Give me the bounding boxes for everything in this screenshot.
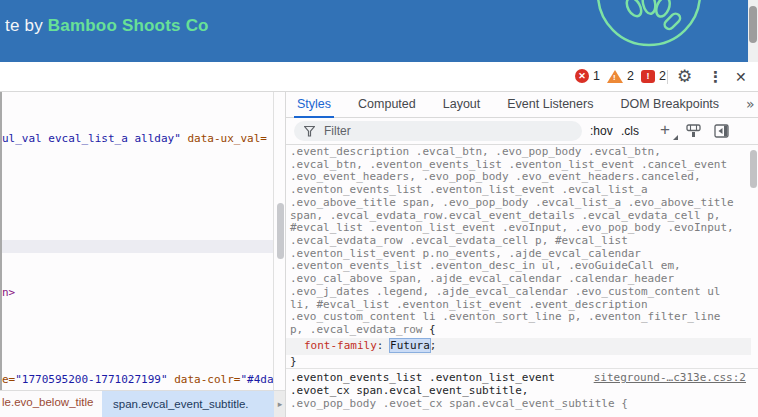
css-selector-line[interactable]: .eventon_events_list .eventon_list_event (290, 372, 555, 385)
dom-code-line[interactable]: e="1770595200-1771027199" data-colr="#4d… (2, 374, 274, 387)
page-scrollbar-thumb[interactable] (749, 6, 757, 43)
attribute-name-text: data-ux_val= (187, 132, 266, 145)
attribute-value-text: "1770595200-1771027199" (15, 373, 167, 386)
banner-prefix: te by (5, 16, 48, 35)
stylesheet-source-link[interactable]: siteground-…c313e.css:2 (560, 372, 746, 385)
breadcrumb-item-selected[interactable]: span.evcal_event_subtitle. (102, 391, 274, 417)
filter-funnel-icon (304, 126, 315, 137)
new-style-rule-button[interactable]: + (660, 121, 670, 138)
css-selector-line[interactable]: .evo_pop_body .evoet_cx span.evcal_event… (290, 398, 628, 411)
hov-toggle-button[interactable]: :hov (590, 124, 613, 138)
css-selector-line: .evcal_evdata_row .evcal_evdata_cell p, … (290, 235, 752, 248)
tab-dom-breakpoints[interactable]: DOM Breakpoints (617, 92, 722, 118)
css-value-editor[interactable]: Futura (390, 339, 430, 352)
warning-bang: ! (613, 73, 616, 82)
tab-layout[interactable]: Layout (440, 92, 484, 118)
css-selector-line: .evo_above_title span, .evo_pop_body .ev… (290, 197, 752, 210)
tab-styles[interactable]: Styles (294, 92, 334, 118)
css-selector-line: .evo_cal_above span, .ajde_evcal_calenda… (290, 273, 752, 286)
handshake-logo-icon (596, 0, 702, 48)
paint-brush-icon[interactable] (686, 124, 701, 138)
rule-separator (286, 368, 758, 369)
error-badge-icon[interactable]: ✕ (575, 69, 589, 83)
settings-gear-icon[interactable]: ⚙ (677, 66, 692, 86)
tab-overflow-chevron-icon[interactable]: » (743, 92, 758, 118)
issues-count[interactable]: 2 (659, 69, 666, 83)
attribute-value-text: ul_val evcal_list_a allday" (2, 132, 187, 145)
attribute-name-text: e= (2, 373, 15, 386)
css-selector-line[interactable]: p, .evcal_evdata_row { (290, 324, 436, 337)
panel-divider (273, 92, 274, 390)
semicolon: ; (430, 339, 437, 352)
css-selector-line: .event_description .evcal_btn, .evo_pop_… (290, 146, 752, 159)
css-declaration[interactable]: font-family: Futura; (304, 340, 436, 353)
elements-scrollbar-thumb[interactable] (277, 203, 284, 259)
filter-input[interactable] (322, 123, 546, 139)
banner-credit-text: te by Bamboo Shoots Co (5, 16, 209, 36)
css-selector-text: p, .evcal_evdata_row (290, 323, 429, 336)
tab-event-listeners[interactable]: Event Listeners (504, 92, 596, 118)
dom-code-line[interactable]: ul_val evcal_list_a allday" data-ux_val= (2, 133, 267, 146)
toggle-sidebar-icon[interactable] (714, 124, 729, 138)
css-selector-line[interactable]: .evoet_cx span.evcal_event_subtitle, (290, 385, 528, 398)
issues-badge-icon[interactable]: ! (641, 70, 655, 83)
kebab-menu-icon[interactable]: ⋮ (708, 68, 723, 86)
css-property-name[interactable]: font-family (304, 339, 377, 352)
colon: : (377, 339, 390, 352)
css-selector-line: .eventon_events_list .eventon_list_event… (290, 184, 752, 197)
sidebar-tabbar: Styles Computed Layout Event Listeners D… (286, 92, 758, 118)
close-brace: } (290, 356, 297, 369)
cls-toggle-button[interactable]: .cls (621, 124, 639, 138)
attribute-value-text: "#4da (240, 373, 273, 386)
dom-hovered-row[interactable] (2, 240, 273, 253)
topbar-divider (667, 70, 668, 84)
error-count[interactable]: 1 (593, 69, 600, 83)
dom-closing-tag[interactable]: n> (2, 287, 15, 300)
new-style-rule-dropdown-corner (673, 135, 678, 140)
breadcrumb-item-evo-below-title[interactable]: le.evo_below_title (2, 396, 93, 408)
close-icon[interactable]: ✕ (735, 69, 747, 85)
css-rule-selector[interactable]: .event_description .evcal_btn, .evo_pop_… (290, 146, 752, 324)
styles-filter[interactable] (294, 121, 582, 141)
warning-count[interactable]: 2 (627, 69, 634, 83)
css-selector-line: .evo_j_dates .legend, .ajde_evcal_calend… (290, 286, 752, 299)
attribute-name-text: data-colr= (168, 373, 241, 386)
banner-brand-link[interactable]: Bamboo Shoots Co (48, 16, 209, 35)
styles-scrollbar-thumb[interactable] (750, 150, 757, 188)
site-banner: te by Bamboo Shoots Co (0, 0, 748, 62)
open-brace: { (429, 323, 436, 336)
tab-computed[interactable]: Computed (355, 92, 419, 118)
